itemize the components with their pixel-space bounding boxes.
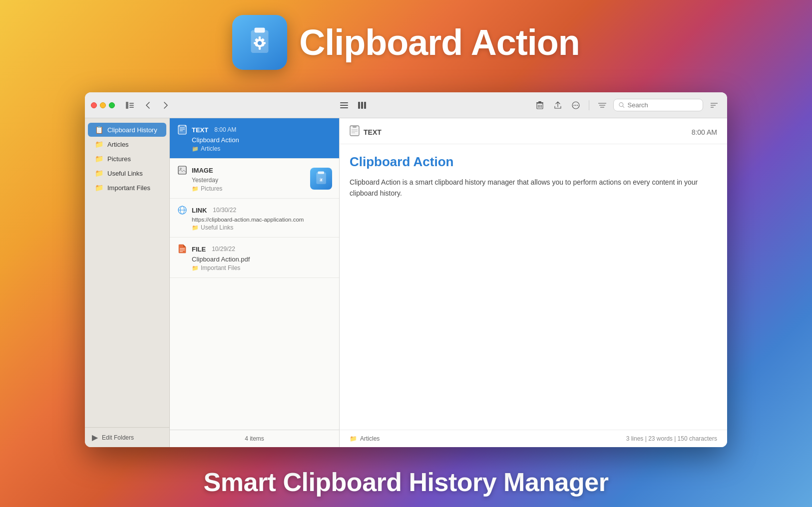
item-time-file: 10/29/22	[212, 246, 235, 253]
toolbar	[85, 92, 727, 118]
list-panel: TEXT 8:00 AM Clipboard Action 📁 Articles	[170, 118, 340, 447]
item-type-link: LINK	[192, 207, 207, 214]
svg-rect-13	[129, 103, 134, 104]
delete-button[interactable]	[533, 98, 547, 112]
share-button[interactable]	[551, 98, 565, 112]
app-title: Clipboard Action	[299, 22, 579, 63]
main-window: 📋 Clipboard History 📁 Articles 📁 Picture…	[85, 92, 727, 447]
svg-rect-1	[255, 28, 265, 33]
detail-folder-label: Articles	[360, 435, 380, 442]
play-icon: ▶	[92, 433, 98, 442]
more-options-button[interactable]	[569, 98, 583, 112]
detail-title: Clipboard Action	[350, 154, 717, 170]
sidebar-toggle-button[interactable]	[123, 98, 137, 112]
toolbar-separator-1	[589, 100, 589, 110]
svg-rect-15	[129, 107, 134, 108]
sidebar: 📋 Clipboard History 📁 Articles 📁 Picture…	[85, 118, 170, 447]
svg-rect-47	[318, 171, 324, 174]
item-folder-text: 📁 Articles	[192, 145, 332, 152]
edit-folders-label: Edit Folders	[102, 434, 134, 441]
columns-view-button[interactable]	[355, 98, 369, 112]
svg-rect-19	[358, 102, 360, 109]
list-item-link[interactable]: LINK 10/30/22 https://clipboard-action.m…	[170, 199, 339, 238]
list-items: TEXT 8:00 AM Clipboard Action 📁 Articles	[170, 118, 339, 430]
list-view-button[interactable]	[337, 98, 351, 112]
window-body: 📋 Clipboard History 📁 Articles 📁 Picture…	[85, 118, 727, 447]
search-icon	[619, 102, 625, 108]
clipboard-icon: 📋	[95, 126, 103, 134]
svg-rect-21	[364, 102, 366, 109]
detail-type-icon	[350, 125, 360, 139]
detail-type-row: TEXT	[350, 125, 382, 139]
link-type-icon	[177, 205, 188, 216]
filter-button[interactable]	[595, 98, 609, 112]
svg-point-45	[180, 168, 182, 170]
svg-rect-20	[361, 102, 363, 109]
file-type-icon	[177, 244, 188, 254]
list-item-file[interactable]: FILE 10/29/22 Clipboard Action.pdf 📁 Imp…	[170, 238, 339, 278]
nav-back-button[interactable]	[141, 98, 155, 112]
sort-button[interactable]	[707, 98, 721, 112]
list-item-text[interactable]: TEXT 8:00 AM Clipboard Action 📁 Articles	[170, 118, 339, 159]
maximize-button[interactable]	[109, 102, 115, 108]
item-type-file: FILE	[192, 246, 206, 253]
list-footer: 4 items	[170, 430, 339, 447]
detail-content: Clipboard Action Clipboard Action is a s…	[340, 144, 727, 430]
item-time-text: 8:00 AM	[214, 126, 236, 133]
sidebar-item-articles[interactable]: 📁 Articles	[88, 137, 166, 151]
sidebar-item-label-important-files: Important Files	[107, 184, 150, 192]
svg-rect-61	[353, 125, 357, 128]
svg-rect-24	[538, 101, 541, 102]
svg-rect-17	[340, 105, 348, 106]
svg-point-3	[258, 41, 262, 45]
folder-icon-image-item: 📁	[192, 186, 199, 192]
svg-rect-18	[340, 107, 348, 108]
detail-header: TEXT 8:00 AM	[340, 118, 727, 144]
svg-rect-12	[126, 102, 128, 109]
sidebar-item-label-clipboard-history: Clipboard History	[107, 126, 157, 134]
app-icon	[232, 15, 287, 70]
detail-footer-stats: 3 lines | 23 words | 150 characters	[626, 435, 717, 442]
folder-tag-link: Useful Links	[201, 224, 233, 231]
app-icon-svg	[242, 25, 277, 60]
nav-forward-button[interactable]	[159, 98, 173, 112]
sidebar-footer[interactable]: ▶ Edit Folders	[85, 427, 169, 447]
sidebar-item-important-files[interactable]: 📁 Important Files	[88, 181, 166, 195]
sidebar-item-label-pictures: Pictures	[107, 155, 131, 163]
minimize-button[interactable]	[100, 102, 106, 108]
svg-rect-53	[322, 180, 323, 180]
list-item-count: 4 items	[245, 435, 264, 442]
sidebar-item-useful-links[interactable]: 📁 Useful Links	[88, 166, 166, 180]
folder-icon-file-item: 📁	[192, 265, 199, 271]
sidebar-item-clipboard-history[interactable]: 📋 Clipboard History	[88, 123, 166, 137]
svg-point-31	[577, 105, 578, 106]
sidebar-item-pictures[interactable]: 📁 Pictures	[88, 152, 166, 166]
svg-rect-16	[340, 102, 348, 103]
bottom-subtitle: Smart Clipboard History Manager	[0, 467, 812, 497]
sidebar-item-label-useful-links: Useful Links	[107, 170, 143, 177]
folder-tag-file: Important Files	[201, 264, 240, 271]
item-header-file: FILE 10/29/22	[177, 244, 332, 254]
folder-icon-detail: 📁	[350, 435, 357, 442]
item-type-image: IMAGE	[192, 167, 213, 174]
folder-tag-image: Pictures	[201, 185, 222, 192]
item-title-file: Clipboard Action.pdf	[192, 255, 332, 263]
sidebar-items: 📋 Clipboard History 📁 Articles 📁 Picture…	[85, 118, 169, 427]
item-thumbnail-image	[310, 168, 332, 190]
list-item-image[interactable]: IMAGE Yesterday 📁 Pictures	[170, 159, 339, 199]
search-input[interactable]	[628, 101, 698, 109]
detail-type-label: TEXT	[364, 128, 382, 136]
traffic-lights	[91, 102, 115, 108]
item-folder-link: 📁 Useful Links	[192, 224, 332, 231]
text-type-icon	[177, 124, 188, 135]
svg-point-30	[575, 105, 576, 106]
close-button[interactable]	[91, 102, 97, 108]
item-time-link: 10/30/22	[213, 207, 236, 214]
folder-icon-text-item: 📁	[192, 146, 199, 152]
detail-footer: 📁 Articles 3 lines | 23 words | 150 char…	[340, 430, 727, 447]
folder-icon-useful-links: 📁	[95, 169, 103, 177]
svg-rect-23	[536, 102, 543, 103]
item-type-text: TEXT	[192, 126, 208, 134]
search-box[interactable]	[613, 99, 703, 111]
folder-tag-text: Articles	[201, 145, 220, 152]
